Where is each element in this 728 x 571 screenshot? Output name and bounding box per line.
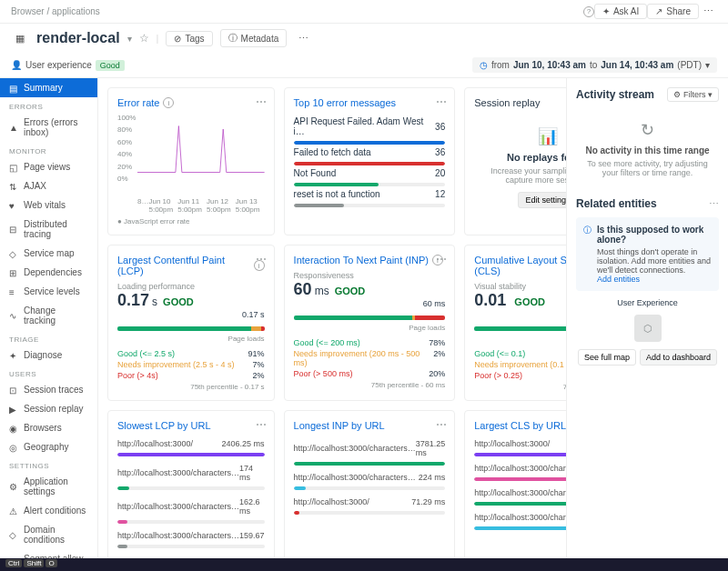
more-icon[interactable]: ⋯ [436, 418, 447, 431]
sidebar: ▤Summary ERRORS ▲Errors (errors inbox) M… [0, 78, 98, 558]
longest-inp-card: Longest INP by URL⋯http://localhost:3000… [284, 410, 456, 558]
browser-icon: ▦ [11, 29, 29, 47]
sidebar-item-service-map[interactable]: ◇Service map [0, 244, 97, 263]
url-row[interactable]: http://localhost:3000/characters…0.0065 [474, 461, 566, 476]
breadcrumb[interactable]: Browser / applications [11, 6, 100, 16]
sidebar-item-app-settings[interactable]: ⚙Application settings [0, 472, 97, 501]
card-title[interactable]: Longest INP by URL [294, 420, 446, 431]
filters-button[interactable]: ⚙ Filters ▾ [667, 87, 719, 102]
sidebar-item-page-views[interactable]: ◱Page views [0, 157, 97, 176]
sidebar-item-browsers[interactable]: ◉Browsers [0, 418, 97, 437]
metadata-button[interactable]: ⓘ Metadata [220, 29, 288, 47]
card-title[interactable]: Slowest LCP by URL [117, 420, 265, 431]
card-title[interactable]: Largest CLS by URL [474, 420, 566, 431]
entity-hex-icon: ⬡ [634, 315, 662, 342]
activity-title: Activity stream [576, 88, 654, 101]
url-row[interactable]: http://localhost:3000/characters…174 ms [117, 461, 265, 485]
sidebar-item-diagnose[interactable]: ✦Diagnose [0, 346, 97, 365]
share-button[interactable]: ↗ Share [647, 4, 699, 19]
sidebar-item-session-traces[interactable]: ⊡Session traces [0, 380, 97, 399]
sidebar-item-dependencies[interactable]: ⊞Dependencies [0, 263, 97, 282]
card-title[interactable]: Interaction To Next Paint (INP) i [294, 255, 446, 265]
more-icon[interactable]: ⋯ [256, 253, 267, 265]
url-row[interactable]: http://localhost:3000/characters…0.0043 [474, 510, 566, 525]
card-title[interactable]: Largest Contentful Paint (LCP) i [117, 255, 265, 276]
card-title[interactable]: Top 10 error messages [294, 97, 446, 108]
url-row[interactable]: http://localhost:3000/characters…159.67 [117, 528, 265, 543]
inp-card: Interaction To Next Paint (INP) i ⋯ Resp… [284, 245, 456, 401]
cls-card: Cumulative Layout Shift (CLS) i ⋯ Visual… [464, 245, 566, 401]
error-row[interactable]: API Request Failed. Adam West i…36 [294, 114, 446, 139]
help-icon[interactable]: ? [583, 6, 594, 17]
more-icon[interactable]: ⋯ [436, 95, 447, 108]
chart-icon: 📊 [480, 126, 566, 146]
chevron-down-icon[interactable]: ▾ [127, 34, 132, 44]
sidebar-item-session-replay[interactable]: ▶Session replay [0, 399, 97, 418]
error-row[interactable]: Failed to fetch data36 [294, 145, 446, 160]
lcp-card: Largest Contentful Paint (LCP) i ⋯ Loadi… [107, 245, 275, 401]
url-row[interactable]: http://localhost:3000/0.0065 [474, 436, 566, 451]
status-badge: Good [96, 60, 125, 71]
page-title: render-local [36, 30, 120, 46]
url-row[interactable]: http://localhost:3000/characters…162.6 m… [117, 495, 265, 518]
more-icon[interactable]: ⋯ [294, 29, 312, 47]
card-title[interactable]: Cumulative Layout Shift (CLS) i [474, 255, 566, 276]
ux-label: 👤 User experience Good [11, 60, 125, 71]
star-icon[interactable]: ☆ [139, 32, 149, 45]
url-row[interactable]: http://localhost:3000/characters…224 ms [294, 470, 446, 485]
sidebar-item-domain-conditions[interactable]: ◇Domain conditions [0, 520, 97, 549]
url-row[interactable]: http://localhost:3000/2406.25 ms [117, 436, 265, 451]
error-row[interactable]: Not Found20 [294, 165, 446, 181]
sidebar-item-ajax[interactable]: ⇅AJAX [0, 176, 97, 195]
url-row[interactable]: http://localhost:3000/characters…3781.25… [294, 436, 446, 460]
related-info: ⓘ Is this supposed to work alone? Most t… [576, 217, 719, 291]
sidebar-item-service-levels[interactable]: ≡Service levels [0, 282, 97, 301]
error-row[interactable]: reset is not a function12 [294, 186, 446, 202]
right-panel: Activity stream ⚙ Filters ▾ ↻ No activit… [566, 78, 728, 558]
see-map-button[interactable]: See full map [578, 349, 636, 366]
card-title[interactable]: Error rate i [117, 97, 265, 108]
more-icon[interactable]: ⋯ [256, 95, 267, 108]
card-title: Session replay [474, 97, 566, 108]
sidebar-item-tracing[interactable]: ⊟Distributed tracing [0, 215, 97, 244]
info-icon[interactable]: i [163, 97, 174, 108]
error-rate-card: Error rate i ⋯ 100%80%60%40%20%0% 8…Jun … [107, 87, 275, 235]
menu-icon[interactable]: ⋯ [699, 3, 717, 21]
tags-button[interactable]: ⊘ Tags [166, 31, 212, 46]
more-icon[interactable]: ⋯ [709, 198, 719, 210]
sidebar-item-errors[interactable]: ▲Errors (errors inbox) [0, 113, 97, 142]
related-title: Related entities [576, 197, 657, 210]
sidebar-item-summary[interactable]: ▤Summary [0, 78, 97, 97]
sidebar-item-alert-conditions[interactable]: ⚠Alert conditions [0, 501, 97, 520]
url-row[interactable]: http://localhost:3000/71.29 ms [294, 495, 446, 509]
ask-ai-button[interactable]: ✦ Ask AI [594, 4, 647, 19]
time-range-picker[interactable]: ◷ from Jun 10, 10:43 am to Jun 14, 10:43… [472, 57, 717, 73]
slowest-lcp-card: Slowest LCP by URL⋯http://localhost:3000… [107, 410, 275, 558]
top-errors-card: Top 10 error messages ⋯ API Request Fail… [284, 87, 456, 235]
url-row[interactable]: http://localhost:3000/characters…0.006 [474, 486, 566, 500]
refresh-icon: ↻ [580, 120, 715, 140]
chevron-down-icon: ▾ [705, 60, 710, 70]
more-icon[interactable]: ⋯ [256, 418, 267, 431]
add-entities-link[interactable]: Add entities [597, 275, 712, 284]
edit-settings-button[interactable]: Edit settings [518, 192, 566, 208]
sidebar-item-web-vitals[interactable]: ♥Web vitals [0, 195, 97, 215]
more-icon[interactable]: ⋯ [436, 253, 447, 265]
session-replay-card: Session replay ⋯ 📊 No replays found Incr… [464, 87, 566, 235]
info-icon: ⓘ [583, 225, 592, 284]
user-icon: 👤 [11, 60, 22, 70]
sidebar-item-change-tracking[interactable]: ∿Change tracking [0, 301, 97, 330]
sidebar-item-geography[interactable]: ◎Geography [0, 437, 97, 456]
sidebar-item-segment-allow[interactable]: ☰Segment allow list [0, 549, 97, 558]
largest-cls-card: Largest CLS by URL⋯http://localhost:3000… [464, 410, 566, 558]
clock-icon: ◷ [480, 60, 488, 70]
add-dashboard-button[interactable]: Add to dashboard [640, 349, 717, 366]
